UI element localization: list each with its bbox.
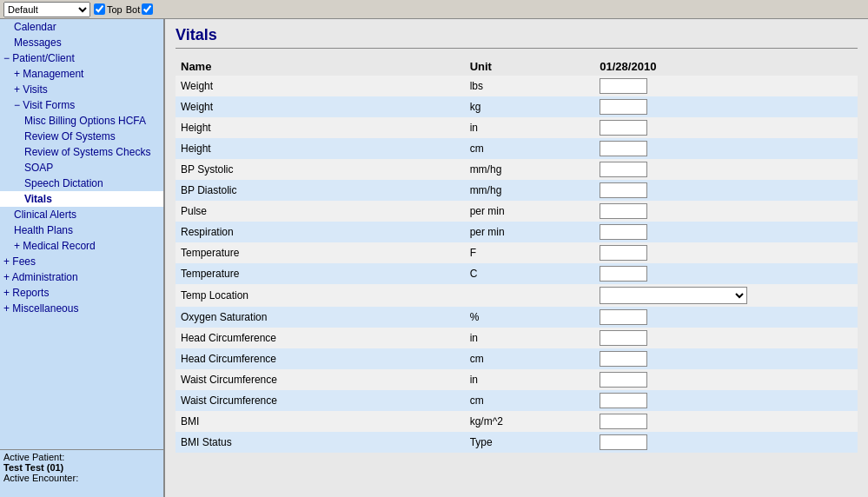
vital-input-cell (594, 222, 858, 242)
vital-input[interactable] (600, 120, 647, 136)
sidebar-item-messages[interactable]: Messages (0, 35, 163, 50)
vital-unit: F (465, 242, 595, 263)
vital-input[interactable] (600, 393, 647, 408)
sidebar-item-vitals[interactable]: Vitals (0, 191, 163, 207)
sidebar-item-calendar[interactable]: Calendar (0, 19, 163, 35)
temp-location-select[interactable] (600, 287, 747, 304)
page-title: Vitals (176, 26, 858, 49)
table-row: Waist Circumferencecm (176, 390, 858, 411)
sidebar-item-review-of-systems[interactable]: Review Of Systems (0, 129, 163, 144)
vital-input-cell (594, 284, 858, 307)
table-row: BP Diastolicmm/hg (176, 180, 858, 201)
vital-name: Respiration (176, 222, 465, 242)
top-bar: Default Top Bot (0, 0, 868, 19)
sidebar-item-miscellaneous[interactable]: + Miscellaneous (0, 301, 163, 316)
vital-input-cell (594, 96, 858, 117)
expand-icon: + (3, 271, 10, 283)
vital-input[interactable] (600, 434, 647, 450)
expand-icon: + (14, 240, 20, 252)
vital-name: BMI (176, 411, 465, 432)
vital-input[interactable] (600, 245, 647, 261)
vital-input-cell (594, 138, 858, 159)
sidebar-item-health-plans[interactable]: Health Plans (0, 222, 163, 238)
sidebar-item-patient-client[interactable]: − Patient/Client (0, 50, 163, 66)
vital-input[interactable] (600, 162, 647, 177)
sidebar-item-soap[interactable]: SOAP (0, 160, 163, 176)
vital-input-cell (594, 348, 858, 369)
sidebar-item-medical-record[interactable]: + Medical Record (0, 238, 163, 254)
table-row: BMIkg/m^2 (176, 411, 858, 432)
table-row: TemperatureC (176, 263, 858, 284)
content-area: Vitals Name Unit 01/28/2010 WeightlbsWei… (165, 19, 868, 497)
expand-icon: + (3, 287, 10, 299)
table-row: Respirationper min (176, 222, 858, 242)
vital-unit: cm (465, 138, 595, 159)
vital-unit: per min (465, 222, 595, 242)
table-row: Head Circumferencein (176, 328, 858, 348)
vital-name: Height (176, 117, 465, 138)
expand-icon: + (14, 68, 20, 80)
sidebar-item-visit-forms[interactable]: − Visit Forms (0, 97, 163, 113)
vital-input[interactable] (600, 414, 647, 429)
vital-input-cell (594, 432, 858, 453)
default-dropdown[interactable]: Default (3, 2, 90, 17)
sidebar-item-management[interactable]: + Management (0, 66, 163, 82)
vital-input-cell (594, 76, 858, 96)
vital-input[interactable] (600, 351, 647, 367)
table-row: TemperatureF (176, 242, 858, 263)
vital-input[interactable] (600, 141, 647, 156)
sidebar-item-reports[interactable]: + Reports (0, 285, 163, 301)
vital-input[interactable] (600, 266, 647, 282)
status-bar: Active Patient: Test Test (01) Active En… (0, 449, 163, 497)
vital-input-cell (594, 328, 858, 348)
vital-input[interactable] (600, 372, 647, 388)
vital-input[interactable] (600, 78, 647, 94)
table-row: Weightkg (176, 96, 858, 117)
vital-input-cell (594, 180, 858, 201)
table-row: BP Systolicmm/hg (176, 159, 858, 180)
vital-input-cell (594, 117, 858, 138)
top-checkbox[interactable] (94, 3, 105, 15)
sidebar-item-misc-billing[interactable]: Misc Billing Options HCFA (0, 113, 163, 129)
table-row: Heightcm (176, 138, 858, 159)
sidebar-item-review-of-systems-checks[interactable]: Review of Systems Checks (0, 144, 163, 160)
vital-name: BP Systolic (176, 159, 465, 180)
vital-input[interactable] (600, 309, 647, 325)
vital-name: BP Diastolic (176, 180, 465, 201)
vital-input-cell (594, 263, 858, 284)
vital-input[interactable] (600, 224, 647, 240)
table-row: Temp Location (176, 284, 858, 307)
bot-label: Bot (126, 4, 141, 15)
vital-input-cell (594, 201, 858, 222)
vital-name: Head Circumference (176, 348, 465, 369)
vital-unit: mm/hg (465, 180, 595, 201)
sidebar-item-fees[interactable]: + Fees (0, 254, 163, 269)
vital-name: BMI Status (176, 432, 465, 453)
sidebar-scroll[interactable]: Calendar Messages − Patient/Client + Man… (0, 19, 163, 449)
sidebar-item-administration[interactable]: + Administration (0, 269, 163, 285)
vital-input[interactable] (600, 203, 647, 219)
vital-input-cell (594, 307, 858, 328)
active-encounter-label: Active Encounter: (3, 473, 160, 483)
sidebar-item-speech-dictation[interactable]: Speech Dictation (0, 176, 163, 191)
vital-name: Head Circumference (176, 328, 465, 348)
vital-input[interactable] (600, 182, 647, 198)
table-row: Oxygen Saturation% (176, 307, 858, 328)
main-layout: Calendar Messages − Patient/Client + Man… (0, 19, 868, 497)
vital-name: Weight (176, 76, 465, 96)
vital-input[interactable] (600, 330, 647, 346)
patient-name: Test Test (01) (3, 462, 160, 473)
vital-unit: kg (465, 96, 595, 117)
sidebar-item-clinical-alerts[interactable]: Clinical Alerts (0, 207, 163, 222)
vital-input-cell (594, 411, 858, 432)
vital-input[interactable] (600, 99, 647, 115)
col-header-unit: Unit (465, 57, 595, 76)
vital-unit: C (465, 263, 595, 284)
bot-checkbox[interactable] (142, 3, 153, 15)
vital-name: Waist Circumference (176, 369, 465, 390)
table-row: Pulseper min (176, 201, 858, 222)
table-row: Heightin (176, 117, 858, 138)
sidebar-item-visits[interactable]: + Visits (0, 82, 163, 97)
vital-unit: % (465, 307, 595, 328)
vital-input-cell (594, 242, 858, 263)
